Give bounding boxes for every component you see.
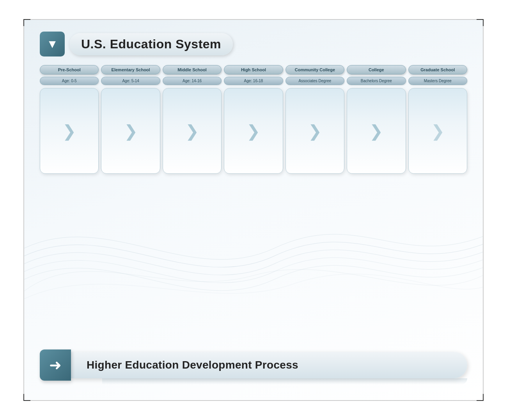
title-icon-box: ▼ [40,32,65,56]
stage-label-pre-school: Pre-School [40,65,99,74]
stage-col-college: CollegeBachelors Degree❯ [347,65,406,174]
stage-label-college: College [347,65,406,74]
main-content: ▼ U.S. Education System Pre-SchoolAge: 0… [24,20,483,400]
stage-label-middle-school: Middle School [163,65,222,74]
stage-col-high-school: High SchoolAge: 16-18❯ [224,65,283,174]
card-arrow-icon-college: ❯ [369,122,383,141]
stage-label-high-school: High School [224,65,283,74]
stage-col-community-college: Community CollegeAssociates Degree❯ [285,65,344,174]
card-arrow-icon-graduate-school: ❯ [431,122,445,141]
stage-col-elementary-school: Elementary SchoolAge: 5-14❯ [101,65,160,174]
bottom-banner: ➜ Higher Education Development Process [40,349,467,381]
stage-sublabel-college: Bachelors Degree [347,77,406,85]
main-title: U.S. Education System [81,37,221,51]
stage-col-graduate-school: Graduate SchoolMasters Degree❯ [408,65,467,174]
stage-card-pre-school: ❯ [40,88,99,174]
card-arrow-icon-elementary-school: ❯ [124,122,138,141]
stage-card-community-college: ❯ [285,88,344,174]
stage-label-elementary-school: Elementary School [101,65,160,74]
stage-sublabel-elementary-school: Age: 5-14 [101,77,160,85]
banner-reflection [102,378,467,385]
stage-card-high-school: ❯ [224,88,283,174]
stage-sublabel-community-college: Associates Degree [285,77,344,85]
stage-col-middle-school: Middle SchoolAge: 14-16❯ [163,65,222,174]
stage-label-graduate-school: Graduate School [408,65,467,74]
title-section: ▼ U.S. Education System [40,32,467,56]
stage-card-middle-school: ❯ [163,88,222,174]
stage-col-pre-school: Pre-SchoolAge: 0-5❯ [40,65,99,174]
card-arrow-icon-pre-school: ❯ [62,122,76,141]
stage-sublabel-pre-school: Age: 0-5 [40,77,99,85]
stages-container: Pre-SchoolAge: 0-5❯Elementary SchoolAge:… [40,65,467,174]
card-arrow-icon-community-college: ❯ [308,122,322,141]
stage-sublabel-high-school: Age: 16-18 [224,77,283,85]
stage-label-community-college: Community College [285,65,344,74]
stage-sublabel-middle-school: Age: 14-16 [163,77,222,85]
stage-card-college: ❯ [347,88,406,174]
banner-bar: Higher Education Development Process [71,352,467,378]
wave-background [24,198,483,314]
card-arrow-icon-high-school: ❯ [246,122,260,141]
outer-frame: ▼ U.S. Education System Pre-SchoolAge: 0… [23,19,484,401]
title-bar: U.S. Education System [69,33,233,55]
title-down-arrow-icon: ▼ [46,38,58,50]
card-arrow-icon-middle-school: ❯ [185,122,199,141]
stage-card-graduate-school: ❯ [408,88,467,174]
stage-sublabel-graduate-school: Masters Degree [408,77,467,85]
banner-title: Higher Education Development Process [87,359,298,371]
banner-icon-box: ➜ [40,349,71,381]
stage-card-elementary-school: ❯ [101,88,160,174]
banner-right-arrow-icon: ➜ [49,356,62,374]
